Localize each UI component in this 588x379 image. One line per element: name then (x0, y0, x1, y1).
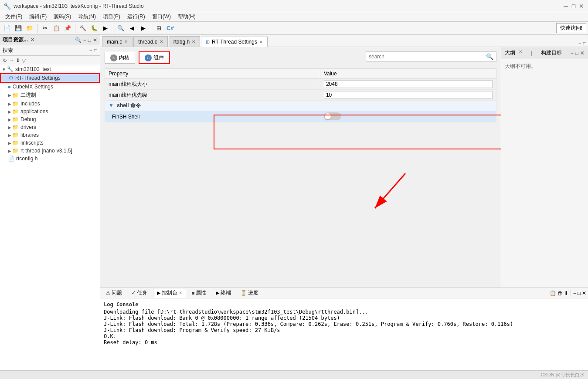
libraries-icon: 📁 (12, 132, 19, 138)
outline-close-icon[interactable]: ✕ (519, 49, 522, 57)
bottom-tab-console[interactable]: ▶ 控制台 ✕ (153, 288, 186, 298)
right-panel-close[interactable]: ✕ (580, 50, 585, 56)
tab-minimize-btn[interactable]: − (578, 41, 581, 47)
toolbar-cut[interactable]: ✂ (40, 23, 50, 34)
menu-window[interactable]: 窗口(W) (149, 12, 174, 21)
close-button[interactable]: ✕ (578, 3, 585, 9)
bottom-clear-btn[interactable]: 🗑 (557, 290, 563, 296)
menu-bar: 文件(F) 编辑(E) 源码(S) 导航(N) 项目(P) 运行(R) 窗口(W… (0, 12, 588, 22)
tree-item-debug[interactable]: ▶ 📁 Debug (0, 115, 100, 123)
bottom-minimize-btn[interactable]: − (573, 290, 576, 296)
toolbar-search[interactable]: 🔍 (116, 23, 126, 34)
menu-navigate[interactable]: 导航(N) (75, 12, 99, 21)
bottom-scroll-btn[interactable]: ⬇ (564, 290, 568, 296)
sidebar-close[interactable]: ✕ (31, 37, 34, 43)
toolbar-build[interactable]: 🔨 (78, 23, 88, 34)
comp-tab-components[interactable]: C 组件 (139, 51, 170, 64)
menu-run[interactable]: 运行(R) (124, 12, 149, 21)
tab-rt-settings-close[interactable]: ✕ (259, 40, 263, 44)
input-priority[interactable] (324, 91, 493, 99)
menu-project[interactable]: 项目(P) (99, 12, 124, 21)
input-stack-size[interactable] (324, 80, 493, 88)
bottom-tab-problems[interactable]: ⚠ 问题 (102, 288, 126, 298)
debug-label: Debug (20, 116, 36, 122)
minimize-button[interactable]: ─ (563, 3, 569, 9)
menu-edit[interactable]: 编辑(E) (26, 12, 50, 21)
toolbar-forward[interactable]: ▶ (138, 23, 149, 34)
tab-main-c-close[interactable]: ✕ (124, 39, 128, 44)
val-priority[interactable] (320, 90, 496, 101)
rt-settings-label: RT-Thread Settings (15, 75, 61, 81)
tree-item-drivers[interactable]: ▶ 📁 drivers (0, 123, 100, 131)
tab-thread-c-close[interactable]: ✕ (160, 39, 163, 44)
shell-section-text: shell 命令 (117, 102, 141, 108)
tree-item-binary[interactable]: ▶ 📁 二进制 (0, 91, 100, 100)
toolbar-debug[interactable]: 🐛 (89, 23, 99, 34)
tree-item-project[interactable]: ▼ 🔧 stm32f103_test (0, 65, 100, 73)
tab-maximize-btn[interactable]: □ (583, 41, 586, 47)
val-stack-size[interactable] (320, 79, 496, 90)
toolbar-csharp[interactable]: C# (165, 23, 176, 34)
toolbar-new[interactable]: 📄 (2, 23, 12, 34)
sidebar-collapse-btn[interactable]: − (83, 37, 86, 43)
sidebar-down-btn[interactable]: ⬇ (16, 58, 20, 64)
rtconfig-icon: 📄 (8, 156, 14, 162)
tab-rtdbg-h[interactable]: rtdbg.h ✕ (169, 36, 200, 47)
tab-rt-settings[interactable]: ⊞ RT-Thread Settings ✕ (201, 37, 268, 47)
menu-help[interactable]: 帮助(H) (174, 12, 199, 21)
tab-thread-c[interactable]: thread.c ✕ (133, 36, 167, 47)
tree-item-rt-thread[interactable]: ▶ 📁 rt-thread [nano-v3.1.5] (0, 147, 100, 155)
right-panel-minimize[interactable]: − (571, 50, 574, 56)
search-button[interactable]: 🔍 (483, 53, 496, 60)
sidebar-menu-btn[interactable]: □ (88, 37, 91, 43)
comp-tab-kernel[interactable]: K 内核 (105, 52, 135, 64)
tree-item-rtconfig[interactable]: 📄 rtconfig.h (0, 155, 100, 162)
toolbar-back[interactable]: ◀ (127, 23, 137, 34)
bottom-tab-tasks[interactable]: ✓ 任务 (128, 288, 151, 298)
sidebar-filter-btn[interactable]: ▽ (22, 58, 26, 64)
toolbar-run[interactable]: ▶ (100, 23, 111, 34)
sidebar-arrow-btn[interactable]: → (9, 58, 14, 64)
toolbar-grid[interactable]: ⊞ (153, 23, 164, 34)
bottom-tab-terminal[interactable]: ▶ 终端 (212, 288, 235, 298)
search-input[interactable] (366, 54, 483, 60)
bottom-tab-progress[interactable]: ⏳ 进度 (237, 288, 262, 298)
toolbar-save[interactable]: 💾 (13, 23, 24, 34)
bottom-tab-properties[interactable]: ≡ 属性 (188, 288, 210, 298)
search-bar[interactable]: 🔍 (366, 51, 496, 62)
tree-item-linkscripts[interactable]: ▶ 📁 linkscripts (0, 139, 100, 147)
tree-item-rt-settings[interactable]: ⚙ RT-Thread Settings (0, 73, 100, 83)
tree-item-libraries[interactable]: ▶ 📁 libraries (0, 131, 100, 139)
tab-bar: main.c ✕ thread.c ✕ rtdbg.h ✕ ⊞ RT-Threa… (100, 35, 588, 47)
sidebar-close-btn[interactable]: ✕ (93, 37, 97, 43)
menu-source[interactable]: 源码(S) (50, 12, 75, 21)
section-shell-label[interactable]: ▼ shell 命令 (105, 101, 496, 111)
toolbar-save-all[interactable]: 📁 (24, 23, 35, 34)
sidebar-search-collapse[interactable]: − (89, 47, 92, 54)
tree-item-includes[interactable]: ▶ 📁 Includes (0, 100, 100, 108)
console-close[interactable]: ✕ (179, 291, 182, 295)
maximize-button[interactable]: □ (571, 3, 577, 9)
right-panel-maximize[interactable]: □ (575, 50, 578, 56)
tree-item-cubemx[interactable]: ■ CubeMX Settings (0, 83, 100, 91)
log-line-5: Reset delay: 0 ms (104, 339, 585, 345)
bottom-close-btn[interactable]: ✕ (582, 290, 586, 296)
tab-rtdbg-h-close[interactable]: ✕ (192, 39, 195, 44)
bottom-copy-btn[interactable]: 📋 (550, 290, 556, 296)
toolbar-copy[interactable]: 📋 (51, 23, 61, 34)
tree-item-applications[interactable]: ▶ 📁 applications (0, 108, 100, 115)
tab-main-c[interactable]: main.c ✕ (102, 36, 133, 47)
sidebar-search-expand[interactable]: □ (94, 47, 97, 54)
finsh-toggle[interactable] (324, 112, 341, 120)
sidebar-refresh-btn[interactable]: ↻ (3, 58, 7, 64)
sidebar: 项目资源... ✕ 🔍 − □ ✕ 搜索 − □ ↻ → ⬇ ▽ (0, 35, 100, 370)
menu-file[interactable]: 文件(F) (2, 12, 26, 21)
bottom-panel: ⚠ 问题 ✓ 任务 ▶ 控制台 ✕ ≡ 属性 ▶ 终端 (100, 288, 588, 370)
val-finsh[interactable] (320, 111, 496, 122)
debug-arrow: ▶ (8, 117, 11, 122)
bottom-maximize-btn[interactable]: □ (578, 290, 581, 296)
quick-access-button[interactable]: 快速访问! (556, 23, 586, 33)
drivers-icon: 📁 (12, 124, 19, 130)
window-controls[interactable]: ─ □ ✕ (563, 3, 585, 9)
toolbar-paste[interactable]: 📌 (62, 23, 73, 34)
